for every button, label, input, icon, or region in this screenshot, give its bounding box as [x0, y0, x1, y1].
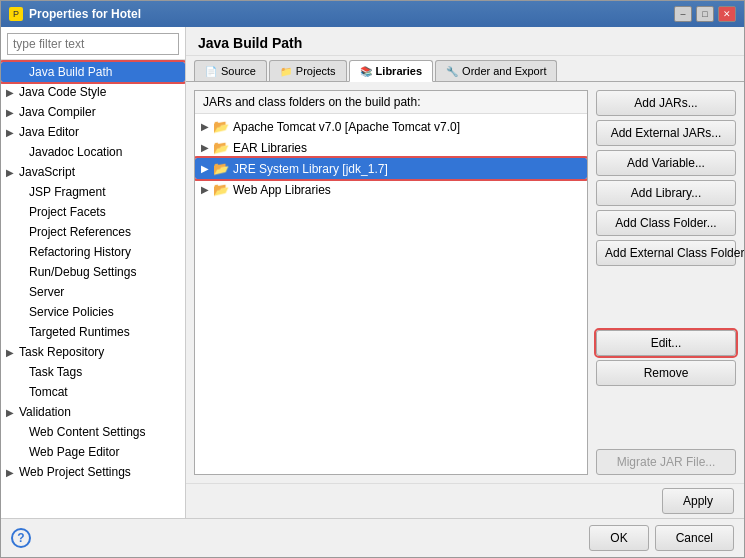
sidebar-item-label: Targeted Runtimes — [29, 325, 130, 339]
tab-libraries-label: Libraries — [376, 65, 422, 77]
add-jars-button[interactable]: Add JARs... — [596, 90, 736, 116]
nav-list: Java Build Path ▶ Java Code Style ▶ Java… — [1, 60, 185, 518]
migrate-jar-button[interactable]: Migrate JAR File... — [596, 449, 736, 475]
left-panel: Java Build Path ▶ Java Code Style ▶ Java… — [1, 27, 186, 518]
bottom-bar: ? OK Cancel — [1, 518, 744, 557]
sidebar-item-task-repository[interactable]: ▶ Task Repository — [1, 342, 185, 362]
lib-item-label: Web App Libraries — [233, 183, 331, 197]
sidebar-item-label: JSP Fragment — [29, 185, 105, 199]
lib-item-web-app-libraries[interactable]: ▶ 📂 Web App Libraries — [195, 179, 587, 200]
sidebar-item-label: Java Compiler — [19, 105, 96, 119]
libs-description: JARs and class folders on the build path… — [195, 91, 587, 114]
nav-arrow: ▶ — [5, 87, 15, 98]
tab-source-label: Source — [221, 65, 256, 77]
edit-button[interactable]: Edit... — [596, 330, 736, 356]
lib-folder-icon: 📂 — [213, 119, 229, 134]
sidebar-item-label: Project Facets — [29, 205, 106, 219]
sidebar-item-label: Web Project Settings — [19, 465, 131, 479]
lib-item-label: JRE System Library [jdk_1.7] — [233, 162, 388, 176]
tab-projects[interactable]: 📁 Projects — [269, 60, 347, 81]
ok-button[interactable]: OK — [589, 525, 648, 551]
sidebar-item-label: Refactoring History — [29, 245, 131, 259]
add-external-jars-button[interactable]: Add External JARs... — [596, 120, 736, 146]
lib-item-label: Apache Tomcat v7.0 [Apache Tomcat v7.0] — [233, 120, 460, 134]
sidebar-item-javadoc-location[interactable]: Javadoc Location — [1, 142, 185, 162]
tabs-bar: 📄 Source 📁 Projects 📚 Libraries 🔧 Order … — [186, 56, 744, 82]
sidebar-item-tomcat[interactable]: Tomcat — [1, 382, 185, 402]
tab-order-export-label: Order and Export — [462, 65, 546, 77]
tab-source[interactable]: 📄 Source — [194, 60, 267, 81]
lib-expand-arrow: ▶ — [201, 163, 209, 174]
tab-projects-label: Projects — [296, 65, 336, 77]
footer-left: ? — [11, 528, 583, 548]
sidebar-item-refactoring-history[interactable]: Refactoring History — [1, 242, 185, 262]
sidebar-item-label: Task Repository — [19, 345, 104, 359]
sidebar-item-run-debug-settings[interactable]: Run/Debug Settings — [1, 262, 185, 282]
main-content: Java Build Path ▶ Java Code Style ▶ Java… — [1, 27, 744, 518]
maximize-button[interactable]: □ — [696, 6, 714, 22]
tab-order-and-export[interactable]: 🔧 Order and Export — [435, 60, 557, 81]
order-export-tab-icon: 🔧 — [446, 66, 458, 77]
title-bar: P Properties for Hotel – □ ✕ — [1, 1, 744, 27]
sidebar-item-validation[interactable]: ▶ Validation — [1, 402, 185, 422]
lib-item-ear-libraries[interactable]: ▶ 📂 EAR Libraries — [195, 137, 587, 158]
main-window: P Properties for Hotel – □ ✕ Java Build … — [0, 0, 745, 558]
apply-button[interactable]: Apply — [662, 488, 734, 514]
cancel-button[interactable]: Cancel — [655, 525, 734, 551]
sidebar-item-java-editor[interactable]: ▶ Java Editor — [1, 122, 185, 142]
close-button[interactable]: ✕ — [718, 6, 736, 22]
right-panel-title: Java Build Path — [186, 27, 744, 56]
sidebar-item-web-project-settings[interactable]: ▶ Web Project Settings — [1, 462, 185, 482]
add-variable-button[interactable]: Add Variable... — [596, 150, 736, 176]
right-panel: Java Build Path 📄 Source 📁 Projects 📚 Li… — [186, 27, 744, 518]
help-button[interactable]: ? — [11, 528, 31, 548]
lib-expand-arrow: ▶ — [201, 184, 209, 195]
sidebar-item-server[interactable]: Server — [1, 282, 185, 302]
sidebar-item-targeted-runtimes[interactable]: Targeted Runtimes — [1, 322, 185, 342]
window-icon: P — [9, 7, 23, 21]
sidebar-item-label: Web Content Settings — [29, 425, 146, 439]
lib-item-jre-system-library[interactable]: ▶ 📂 JRE System Library [jdk_1.7] — [195, 158, 587, 179]
sidebar-item-label: Java Editor — [19, 125, 79, 139]
projects-tab-icon: 📁 — [280, 66, 292, 77]
add-class-folder-button[interactable]: Add Class Folder... — [596, 210, 736, 236]
sidebar-item-service-policies[interactable]: Service Policies — [1, 302, 185, 322]
minimize-button[interactable]: – — [674, 6, 692, 22]
action-buttons: Add JARs... Add External JARs... Add Var… — [596, 90, 736, 475]
title-controls: – □ ✕ — [674, 6, 736, 22]
sidebar-item-label: Java Code Style — [19, 85, 106, 99]
add-library-button[interactable]: Add Library... — [596, 180, 736, 206]
filter-wrap — [1, 27, 185, 60]
lib-item-label: EAR Libraries — [233, 141, 307, 155]
sidebar-item-web-content-settings[interactable]: Web Content Settings — [1, 422, 185, 442]
lib-item-apache-tomcat[interactable]: ▶ 📂 Apache Tomcat v7.0 [Apache Tomcat v7… — [195, 116, 587, 137]
sidebar-item-java-code-style[interactable]: ▶ Java Code Style — [1, 82, 185, 102]
sidebar-item-task-tags[interactable]: Task Tags — [1, 362, 185, 382]
add-external-class-folder-button[interactable]: Add External Class Folder... — [596, 240, 736, 266]
sidebar-item-label: Tomcat — [29, 385, 68, 399]
lib-expand-arrow: ▶ — [201, 121, 209, 132]
apply-bar: Apply — [186, 483, 744, 518]
panel-body: JARs and class folders on the build path… — [186, 82, 744, 483]
libraries-area: JARs and class folders on the build path… — [194, 90, 588, 475]
sidebar-item-web-page-editor[interactable]: Web Page Editor — [1, 442, 185, 462]
sidebar-item-jsp-fragment[interactable]: JSP Fragment — [1, 182, 185, 202]
filter-input[interactable] — [7, 33, 179, 55]
sidebar-item-label: Project References — [29, 225, 131, 239]
sidebar-item-project-references[interactable]: Project References — [1, 222, 185, 242]
sidebar-item-javascript[interactable]: ▶ JavaScript — [1, 162, 185, 182]
sidebar-item-label: Task Tags — [29, 365, 82, 379]
sidebar-item-java-build-path[interactable]: Java Build Path — [1, 62, 185, 82]
sidebar-item-label: Service Policies — [29, 305, 114, 319]
sidebar-item-java-compiler[interactable]: ▶ Java Compiler — [1, 102, 185, 122]
sidebar-item-label: JavaScript — [19, 165, 75, 179]
libs-list: ▶ 📂 Apache Tomcat v7.0 [Apache Tomcat v7… — [195, 114, 587, 474]
sidebar-item-project-facets[interactable]: Project Facets — [1, 202, 185, 222]
sidebar-item-label: Java Build Path — [29, 65, 112, 79]
sidebar-item-label: Validation — [19, 405, 71, 419]
nav-arrow: ▶ — [5, 347, 15, 358]
nav-arrow: ▶ — [5, 407, 15, 418]
tab-libraries[interactable]: 📚 Libraries — [349, 60, 433, 82]
remove-button[interactable]: Remove — [596, 360, 736, 386]
nav-arrow: ▶ — [5, 167, 15, 178]
